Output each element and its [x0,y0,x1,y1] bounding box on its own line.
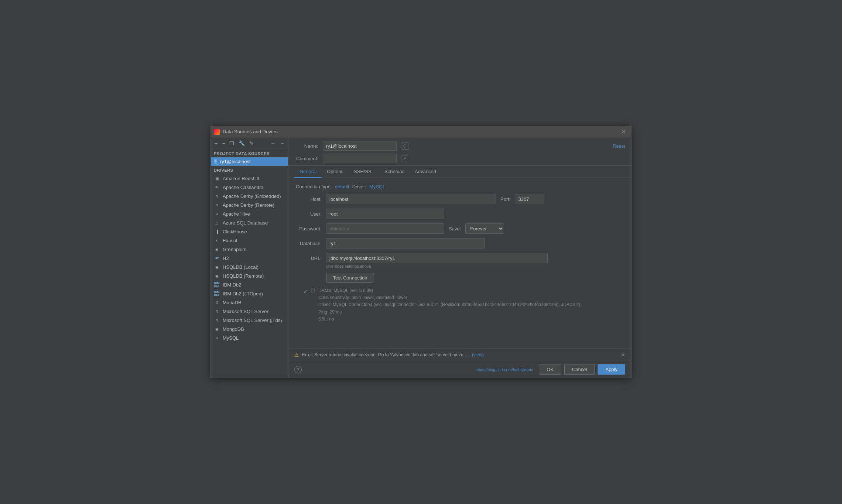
tab-options[interactable]: Options [322,166,349,178]
driver-label: Apache Derby (Remote) [223,202,274,208]
mssql-icon: ⚙ [214,308,220,314]
driver-label: Amazon Redshift [223,176,259,181]
header-fields: Name: ⬡ Reset Comment: ↗ [288,137,631,166]
driver-label: MariaDB [223,300,242,305]
reset-button[interactable]: Reset [613,143,625,149]
ibm-db2-jtopen-icon: IBMDb2 [214,291,220,296]
tab-ssh-ssl[interactable]: SSH/SSL [349,166,379,178]
name-expand-button[interactable]: ⬡ [401,143,408,150]
tab-advanced[interactable]: Advanced [410,166,441,178]
driver-label: HSQLDB (Local) [223,264,259,270]
help-button[interactable]: ? [294,366,302,373]
driver-item-apache-cassandra[interactable]: 👁 Apache Cassandra [211,183,288,192]
wrench-button[interactable]: 🔧 [237,140,246,147]
save-label: Save: [449,226,461,232]
driver-item-ibm-db2[interactable]: IBMDb2 IBM Db2 [211,280,288,289]
driver-prefix: Driver: [352,184,366,189]
copy-icon[interactable]: ❐ [311,288,315,294]
driver-link[interactable]: MySQL [369,184,385,189]
ok-button[interactable]: OK [539,364,561,375]
driver-item-apache-derby-remote[interactable]: ⚙ Apache Derby (Remote) [211,200,288,209]
clickhouse-icon: ▐ [214,229,220,234]
project-datasource-item[interactable]: 🗄 ry1@localhost [211,157,288,166]
error-bar: ⚠ Error: Server returns invalid timezone… [288,349,631,361]
driver-label: Apache Hive [223,211,250,217]
driver-item-hsqldb-local[interactable]: ◉ HSQLDB (Local) [211,263,288,271]
left-toolbar: + − ❐ 🔧 ✎ ← → [211,137,288,149]
driver-item-apache-derby-embedded[interactable]: ⚙ Apache Derby (Embedded) [211,192,288,200]
driver-item-ibm-db2-jtopen[interactable]: IBMDb2 IBM Db2 (JTOpen) [211,289,288,298]
apply-button[interactable]: Apply [598,364,625,375]
driver-label: Greenplum [223,247,246,252]
greenplum-icon: ◉ [214,246,220,252]
h2-icon: H2 [214,255,220,261]
name-row: Name: ⬡ Reset [294,141,625,151]
database-label: Database: [296,241,322,246]
url-hint: Overrides settings above [326,264,624,268]
error-view-link[interactable]: (view) [472,352,484,357]
driver-item-azure-sql[interactable]: △ Azure SQL Database [211,218,288,227]
remove-datasource-button[interactable]: − [220,140,226,147]
add-datasource-button[interactable]: + [213,140,219,147]
edit-button[interactable]: ✎ [248,140,255,147]
azure-sql-icon: △ [214,220,220,226]
driver-item-mongodb[interactable]: ◉ MongoDB [211,325,288,333]
name-input[interactable] [323,141,397,151]
host-input[interactable] [326,194,496,204]
save-select[interactable]: Forever Until restart Never [465,223,504,234]
apache-derby-embedded-icon: ⚙ [214,193,220,199]
port-input[interactable] [515,194,544,204]
tab-general[interactable]: General [294,166,322,178]
driver-item-h2[interactable]: H2 H2 [211,254,288,263]
conn-line4: Ping: 29 ms [318,309,580,316]
database-row: Database: [296,238,624,248]
user-label: User: [296,211,322,217]
driver-item-mssql-jtds[interactable]: ⚙ Microsoft SQL Server (jTds) [211,316,288,325]
mssql-jtds-icon: ⚙ [214,317,220,323]
port-label: Port: [500,196,510,202]
driver-label: Microsoft SQL Server [223,309,268,314]
mysql-icon: ⚙ [214,335,220,341]
forward-button[interactable]: → [278,140,286,147]
datasource-icon: 🗄 [214,160,218,164]
driver-label: IBM Db2 [223,282,242,288]
driver-item-amazon-redshift[interactable]: ▦ Amazon Redshift [211,174,288,183]
comment-input[interactable] [323,154,397,163]
driver-label: MySQL [223,335,239,341]
footer: ? https://blog.csdn.net/fuzhlijieabc OK … [288,361,631,378]
driver-item-mssql[interactable]: ⚙ Microsoft SQL Server [211,307,288,316]
conn-info: DBMS: MySQL (ver. 5.5.39) Case sensitivi… [318,287,580,323]
error-close-button[interactable]: ✕ [621,352,625,358]
apache-cassandra-icon: 👁 [214,184,220,190]
password-input[interactable] [326,223,444,234]
tab-schemas[interactable]: Schemas [379,166,410,178]
url-input[interactable] [326,253,548,263]
driver-item-clickhouse[interactable]: ▐ ClickHouse [211,227,288,236]
close-button[interactable]: ✕ [619,128,628,136]
drivers-header: Drivers [211,166,288,174]
driver-label: MongoDB [223,326,244,332]
driver-label: HSQLDB (Remote) [223,273,264,279]
back-button[interactable]: ← [269,140,277,147]
footer-info-area: https://blog.csdn.net/fuzhlijieabc [305,367,536,373]
test-connection-button[interactable]: Test Connection [326,273,374,283]
driver-label: Microsoft SQL Server (jTds) [223,318,282,323]
mariadb-icon: ⚙ [214,299,220,305]
database-input[interactable] [326,238,485,248]
url-row: URL: [296,253,624,263]
driver-item-apache-hive[interactable]: ⚙ Apache Hive [211,209,288,218]
user-input[interactable] [326,209,444,219]
driver-item-exasol[interactable]: ✕ Exasol [211,236,288,245]
comment-expand-button[interactable]: ↗ [401,155,408,162]
driver-label: Apache Cassandra [223,185,264,190]
copy-datasource-button[interactable]: ❐ [228,140,236,147]
connection-type-link[interactable]: default [335,184,349,189]
driver-item-mariadb[interactable]: ⚙ MariaDB [211,298,288,307]
app-icon [214,129,220,135]
driver-item-hsqldb-remote[interactable]: ◉ HSQLDB (Remote) [211,271,288,280]
cancel-button[interactable]: Cancel [564,364,595,375]
footer-info-url: https://blog.csdn.net/fuzhlijieabc [472,367,536,373]
driver-item-greenplum[interactable]: ◉ Greenplum [211,245,288,254]
conn-line1: DBMS: MySQL (ver. 5.5.39) [318,287,580,294]
driver-item-mysql[interactable]: ⚙ MySQL [211,333,288,342]
